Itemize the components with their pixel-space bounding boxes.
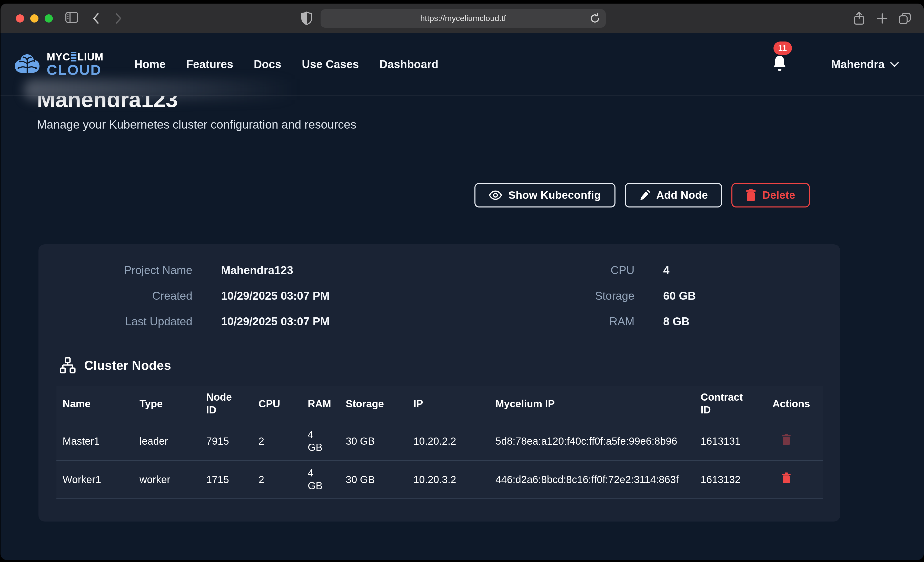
delete-label: Delete	[762, 189, 795, 201]
address-bar[interactable]: https://myceliumcloud.tf	[321, 9, 606, 28]
new-tab-icon[interactable]	[876, 13, 888, 24]
col-name: Name	[56, 386, 134, 422]
cell-storage: 30 GB	[339, 422, 407, 460]
page-subtitle: Manage your Kubernetes cluster configura…	[37, 118, 356, 132]
stylized-e-icon	[71, 52, 76, 61]
cell-cpu: 2	[252, 422, 302, 460]
ram-value: 8 GB	[663, 315, 809, 328]
cell-ip: 10.20.2.2	[407, 422, 489, 460]
storage-value: 60 GB	[663, 290, 809, 303]
col-type: Type	[134, 386, 200, 422]
table-row: Master1 leader 7915 2 4 GB 30 GB 10.20.2…	[56, 422, 823, 460]
trash-icon	[746, 189, 756, 201]
cpu-label: CPU	[516, 264, 634, 277]
cell-actions	[766, 422, 823, 460]
reload-icon[interactable]	[590, 13, 601, 24]
cpu-value: 4	[663, 264, 809, 277]
site-logo[interactable]: MYC LIUM CLOUD	[14, 51, 104, 77]
cluster-nodes-header: Cluster Nodes	[60, 357, 840, 374]
notifications-button[interactable]: 11	[772, 55, 787, 74]
cell-name: Worker1	[56, 460, 134, 499]
close-window-button[interactable]	[16, 14, 24, 22]
col-mycelium-ip: Mycelium IP	[489, 386, 694, 422]
back-button[interactable]	[91, 12, 102, 25]
show-kubeconfig-button[interactable]: Show Kubeconfig	[474, 183, 615, 208]
cluster-overview: Project Name Mahendra123 CPU 4 Created 1…	[74, 264, 809, 328]
cell-type: worker	[134, 460, 200, 499]
last-updated-label: Last Updated	[74, 315, 192, 328]
col-storage: Storage	[339, 386, 407, 422]
add-node-button[interactable]: Add Node	[624, 183, 722, 208]
network-icon	[60, 357, 76, 374]
cell-ram: 4 GB	[302, 422, 339, 460]
site-navbar: MYC LIUM CLOUD Home Features Docs Use Ca…	[0, 33, 924, 96]
nav-link-dashboard[interactable]: Dashboard	[380, 58, 438, 71]
cell-mycelium-ip: 446:d2a6:8bcd:8c16:ff0f:72e2:3114:863f	[489, 460, 694, 499]
trash-icon	[782, 434, 791, 445]
bell-icon	[772, 55, 787, 72]
logo-text-myc: MYC	[46, 51, 70, 62]
trash-icon	[782, 472, 791, 484]
cell-ram: 4 GB	[302, 460, 339, 499]
col-node-id: Node ID	[200, 386, 252, 422]
delete-node-button[interactable]	[782, 434, 791, 447]
cell-node-id: 7915	[200, 422, 252, 460]
last-updated-value: 10/29/2025 03:07 PM	[221, 315, 488, 328]
window-controls	[16, 14, 53, 22]
sidebar-toggle-icon[interactable]	[65, 12, 78, 23]
cluster-nodes-table: Name Type Node ID CPU RAM Storage IP Myc…	[56, 386, 823, 499]
created-value: 10/29/2025 03:07 PM	[221, 290, 488, 303]
browser-window: https://myceliumcloud.tf	[0, 4, 924, 560]
share-icon[interactable]	[853, 11, 865, 25]
cluster-nodes-title: Cluster Nodes	[84, 358, 171, 373]
tab-overview-icon[interactable]	[898, 12, 911, 25]
cell-contract-id: 1613132	[694, 460, 766, 499]
table-header-row: Name Type Node ID CPU RAM Storage IP Myc…	[56, 386, 823, 422]
user-menu[interactable]: Mahendra	[831, 58, 899, 71]
user-name: Mahendra	[831, 58, 885, 71]
nav-link-features[interactable]: Features	[186, 58, 233, 71]
cell-cpu: 2	[252, 460, 302, 499]
delete-node-button[interactable]	[782, 472, 791, 485]
delete-cluster-button[interactable]: Delete	[732, 183, 810, 208]
nav-link-use-cases[interactable]: Use Cases	[302, 58, 359, 71]
cell-mycelium-ip: 5d8:78ea:a120:f40c:ff0f:a5fe:99e6:8b96	[489, 422, 694, 460]
cell-ip: 10.20.3.2	[407, 460, 489, 499]
table-row: Worker1 worker 1715 2 4 GB 30 GB 10.20.3…	[56, 460, 823, 499]
nav-link-docs[interactable]: Docs	[254, 58, 281, 71]
col-actions: Actions	[766, 386, 823, 422]
eye-icon	[489, 190, 502, 200]
cell-node-id: 1715	[200, 460, 252, 499]
logo-text-cloud: CLOUD	[46, 63, 104, 77]
storage-label: Storage	[516, 290, 634, 303]
browser-toolbar: https://myceliumcloud.tf	[0, 4, 924, 33]
nav-link-home[interactable]: Home	[134, 58, 166, 71]
cell-name: Master1	[56, 422, 134, 460]
col-cpu: CPU	[252, 386, 302, 422]
notification-count-badge: 11	[773, 41, 792, 55]
cluster-details-panel: Project Name Mahendra123 CPU 4 Created 1…	[39, 244, 840, 522]
privacy-shield-icon[interactable]	[301, 11, 312, 25]
cell-type: leader	[134, 422, 200, 460]
minimize-window-button[interactable]	[30, 14, 39, 22]
cell-contract-id: 1613131	[694, 422, 766, 460]
mycelium-cloud-logo-icon	[14, 53, 40, 76]
logo-wordmark: MYC LIUM CLOUD	[46, 51, 104, 77]
show-kubeconfig-label: Show Kubeconfig	[508, 189, 601, 201]
main-content: Mahendra123 Manage your Kubernetes clust…	[0, 96, 924, 560]
project-name-value: Mahendra123	[221, 264, 488, 277]
forward-button[interactable]	[112, 12, 124, 25]
cell-actions	[766, 460, 823, 499]
add-node-label: Add Node	[656, 189, 708, 201]
cell-storage: 30 GB	[339, 460, 407, 499]
col-ram: RAM	[302, 386, 339, 422]
screenshot-root: https://myceliumcloud.tf	[0, 0, 924, 562]
created-label: Created	[74, 290, 192, 303]
col-contract-id: Contract ID	[694, 386, 766, 422]
zoom-window-button[interactable]	[45, 14, 53, 22]
project-name-label: Project Name	[74, 264, 192, 277]
pencil-icon	[639, 190, 650, 201]
cluster-action-buttons: Show Kubeconfig Add Node Delete	[474, 183, 810, 208]
col-ip: IP	[407, 386, 489, 422]
chevron-down-icon	[890, 61, 899, 67]
